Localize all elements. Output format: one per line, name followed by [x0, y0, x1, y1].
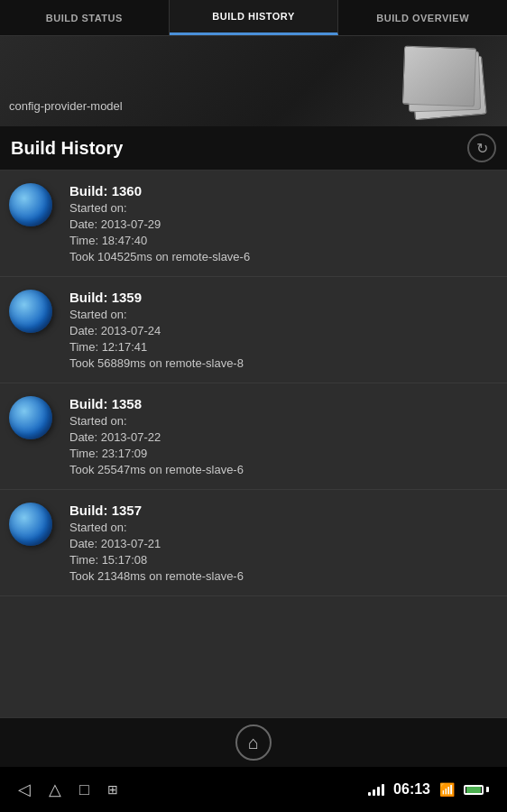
- build-time: Time: 12:17:41: [69, 340, 498, 354]
- home-button[interactable]: ⌂: [235, 724, 272, 761]
- build-info: Build: 1360 Started on: Date: 2013-07-29…: [69, 183, 498, 263]
- build-item-1359[interactable]: Build: 1359 Started on: Date: 2013-07-24…: [0, 277, 507, 383]
- build-status-icon: [9, 290, 59, 339]
- tab-build-history[interactable]: BUILD HISTORY: [170, 0, 339, 35]
- build-status-icon: [9, 183, 59, 233]
- build-item-1357[interactable]: Build: 1357 Started on: Date: 2013-07-21…: [0, 490, 507, 596]
- build-info: Build: 1359 Started on: Date: 2013-07-24…: [69, 290, 498, 370]
- build-started: Started on:: [69, 521, 498, 534]
- section-title: Build History: [11, 138, 123, 159]
- recents-icon[interactable]: □: [79, 780, 89, 799]
- build-info: Build: 1358 Started on: Date: 2013-07-22…: [69, 396, 498, 476]
- project-name: config-provider-model: [0, 99, 123, 117]
- build-item-1358[interactable]: Build: 1358 Started on: Date: 2013-07-22…: [0, 383, 507, 490]
- home-icon[interactable]: △: [49, 780, 61, 799]
- build-time: Time: 23:17:09: [69, 447, 498, 460]
- system-time: 06:13: [393, 781, 430, 798]
- build-number: Build: 1358: [69, 396, 498, 411]
- section-title-bar: Build History ↻: [0, 126, 507, 171]
- build-status-icon: [9, 396, 59, 446]
- build-duration: Took 56889ms on remote-slave-8: [69, 356, 498, 370]
- build-started: Started on:: [69, 201, 498, 215]
- build-date: Date: 2013-07-22: [69, 430, 498, 444]
- build-date: Date: 2013-07-21: [69, 537, 498, 550]
- header-area: config-provider-model: [0, 36, 507, 126]
- tab-build-overview[interactable]: BUILD OVERVIEW: [338, 0, 507, 35]
- build-time: Time: 18:47:40: [69, 234, 498, 247]
- build-date: Date: 2013-07-29: [69, 217, 498, 231]
- menu-icon[interactable]: ⊞: [107, 782, 118, 797]
- build-number: Build: 1360: [69, 183, 498, 198]
- tab-bar: BUILD STATUS BUILD HISTORY BUILD OVERVIE…: [0, 0, 507, 36]
- build-duration: Took 104525ms on remote-slave-6: [69, 250, 498, 263]
- build-time: Time: 15:17:08: [69, 553, 498, 567]
- sys-status: 06:13 📶: [368, 781, 489, 798]
- build-started: Started on:: [69, 308, 498, 321]
- build-started: Started on:: [69, 414, 498, 428]
- wifi-icon: 📶: [439, 782, 455, 797]
- signal-icon: [368, 783, 384, 796]
- build-item-1360[interactable]: Build: 1360 Started on: Date: 2013-07-29…: [0, 171, 507, 277]
- back-icon[interactable]: ◁: [18, 780, 31, 799]
- bottom-nav: ⌂: [0, 717, 507, 767]
- tab-build-status[interactable]: BUILD STATUS: [0, 0, 170, 35]
- stack-icon: [399, 45, 489, 117]
- build-date: Date: 2013-07-24: [69, 324, 498, 337]
- system-bar: ◁ △ □ ⊞ 06:13 📶: [0, 767, 507, 812]
- refresh-button[interactable]: ↻: [467, 134, 496, 162]
- build-number: Build: 1357: [69, 503, 498, 518]
- battery-icon: [464, 785, 489, 795]
- sys-nav-buttons: ◁ △ □ ⊞: [18, 780, 118, 799]
- build-duration: Took 21348ms on remote-slave-6: [69, 569, 498, 583]
- build-number: Build: 1359: [69, 290, 498, 305]
- build-list: Build: 1360 Started on: Date: 2013-07-29…: [0, 171, 507, 718]
- build-status-icon: [9, 503, 59, 552]
- build-info: Build: 1357 Started on: Date: 2013-07-21…: [69, 503, 498, 583]
- build-duration: Took 25547ms on remote-slave-6: [69, 463, 498, 476]
